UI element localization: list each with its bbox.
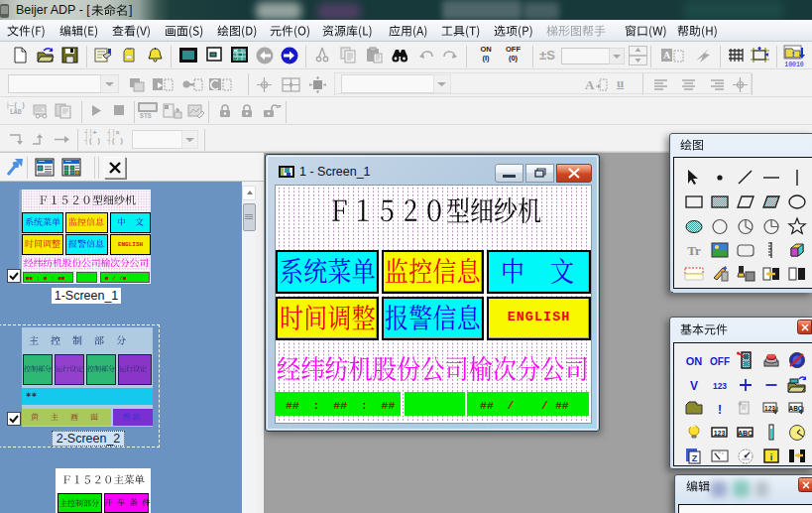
svg-text:V: V [690,379,698,393]
svg-text:123: 123 [714,430,726,437]
svg-text:OFF: OFF [710,356,730,367]
svg-text:A: A [663,50,671,61]
svg-text:123: 123 [764,405,775,412]
svg-text:Tr: Tr [687,243,701,258]
svg-text:!: ! [718,403,722,417]
svg-text:ABC: ABC [738,430,753,437]
svg-text:i: i [770,452,773,462]
svg-text:10010: 10010 [784,62,804,67]
svg-text:Z: Z [692,453,698,463]
svg-text:ON: ON [686,355,703,367]
svg-text:A: A [585,77,595,92]
svg-text:123: 123 [713,381,727,391]
svg-text:!: ! [792,50,795,59]
